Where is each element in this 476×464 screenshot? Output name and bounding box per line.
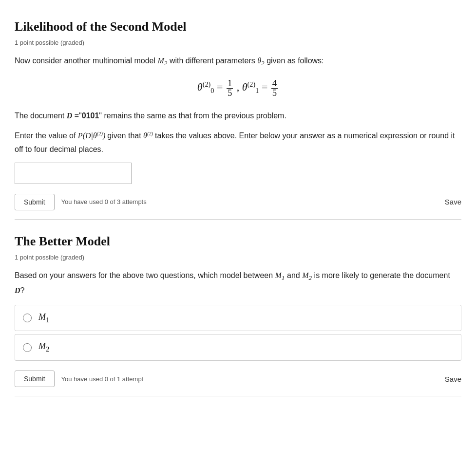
theta0-symbol: θ(2)0 (197, 81, 217, 93)
section1-submit-button[interactable]: Submit (15, 194, 55, 210)
doc-value: 0101 (82, 111, 99, 120)
equals-1: = (217, 81, 226, 93)
section2-submit-row: Submit You have used 0 of 1 attempt Save (15, 371, 461, 387)
model-m2-inline: M2 (157, 56, 167, 65)
section1-save-link[interactable]: Save (445, 198, 461, 206)
section-likelihood: Likelihood of the Second Model 1 point p… (15, 10, 461, 220)
section1-intro: Now consider another multinomial model M… (15, 54, 461, 69)
comma-sep: , (237, 81, 242, 93)
section1-answer-input[interactable] (15, 163, 132, 184)
section1-points: 1 point possible (graded) (15, 39, 461, 46)
option-m1[interactable]: M1 (15, 305, 461, 332)
m1-ref: M1 (275, 271, 285, 279)
doc-symbol: D (67, 111, 73, 120)
section2-save-link[interactable]: Save (445, 375, 461, 383)
radio-options-container: M1 M2 (15, 305, 461, 361)
radio-m2[interactable] (23, 343, 32, 352)
section2-attempts: You have used 0 of 1 attempt (61, 375, 144, 383)
section1-submit-left: Submit You have used 0 of 3 attempts (15, 194, 147, 210)
section-better-model: The Better Model 1 point possible (grade… (15, 224, 461, 396)
section2-submit-button[interactable]: Submit (15, 371, 55, 387)
option-m2[interactable]: M2 (15, 334, 461, 361)
section2-question: Based on your answers for the above two … (15, 269, 461, 297)
option-m2-label: M2 (38, 341, 50, 353)
section1-submit-row: Submit You have used 0 of 3 attempts Sav… (15, 194, 461, 210)
equals-2: = (262, 81, 270, 93)
theta2-inline: θ2 (257, 56, 265, 65)
d-ref: D (15, 286, 20, 295)
m2-ref: M2 (302, 271, 312, 279)
section1-attempts: You have used 0 of 3 attempts (61, 198, 147, 205)
p-d-theta2-formula: P(D|θ(2)) (78, 131, 107, 140)
theta2-ref: θ(2) (143, 131, 155, 140)
section2-submit-left: Submit You have used 0 of 1 attempt (15, 371, 143, 387)
section2-title: The Better Model (15, 234, 461, 249)
fraction-1-5: 1 5 (227, 79, 233, 97)
radio-m1[interactable] (23, 314, 32, 322)
section1-doc-text: The document D ="0101" remains the same … (15, 109, 461, 122)
formula-display: θ(2)0 = 1 5 , θ(2)1 = 4 5 (15, 79, 461, 97)
section2-points: 1 point possible (graded) (15, 254, 461, 261)
section1-question: Enter the value of P(D|θ(2)) given that … (15, 129, 461, 155)
option-m1-label: M1 (38, 312, 50, 324)
section1-title: Likelihood of the Second Model (15, 19, 461, 34)
theta1-symbol: θ(2)1 (242, 81, 262, 93)
fraction-4-5: 4 5 (271, 79, 278, 97)
